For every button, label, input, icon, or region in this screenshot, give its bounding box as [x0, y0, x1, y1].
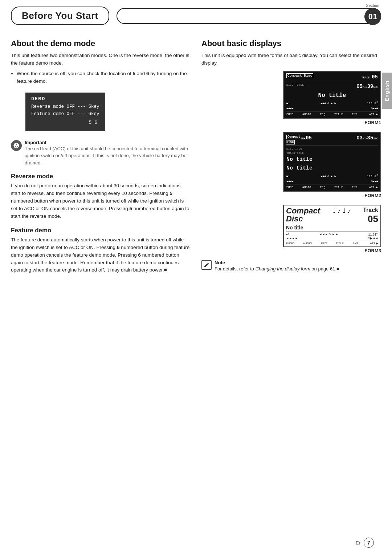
- form2-trk-area: TRK05: [301, 134, 312, 145]
- form1-track-area: TRACK 05: [361, 73, 378, 81]
- form3-icons-row2: ◄◄◄◄ ⊙▶◄◄: [286, 237, 378, 240]
- form2-label: FORM2: [283, 193, 381, 198]
- demo-mode-heading: About the demo mode: [11, 39, 191, 48]
- form3-small-icons: ◄◄◄ ⊙ ► ►: [319, 233, 338, 236]
- demo-intro-text: This unit features two demonstration mod…: [11, 52, 191, 67]
- form1-label: FORM1: [283, 120, 381, 125]
- form3-disc: Disc: [286, 215, 320, 223]
- form1-container: Compact Disc TRACK 05 DISC TITLE 05MIN39…: [201, 71, 381, 128]
- form2-row1: CompactDisc TRK05 03MIN35SEC: [286, 134, 378, 146]
- note-content: Note For details, refer to Changing the …: [215, 260, 339, 273]
- left-column: About the demo mode This unit features t…: [11, 39, 191, 277]
- form2-time: 03MIN35SEC: [356, 134, 378, 145]
- form1-left-icon: ■1: [286, 101, 290, 106]
- important-symbol-icon: [13, 142, 20, 149]
- form2-icons-row2: ◄◄◄◄ ⊙▶◄◄: [286, 179, 378, 184]
- section-badge: Section 01: [364, 4, 381, 25]
- form1-title: No title: [286, 91, 378, 100]
- page-header: Before You Start Section 01: [0, 0, 392, 29]
- demo-bullet-1: When the source is off, you can check th…: [17, 70, 191, 85]
- form3-middle-row: No title: [286, 225, 378, 230]
- form2-menu: FUNCAUDIOEEQTITLEENTATT ▶: [286, 184, 378, 189]
- form3-title: No title: [286, 225, 303, 230]
- form3-label: FORM3: [283, 248, 381, 253]
- form1-small-icons: ◄◄◄ ⊙ ► ►: [320, 101, 336, 106]
- important-body-text: The red lead (ACC) of this unit should b…: [25, 145, 191, 167]
- form2-title2: No title: [286, 164, 378, 173]
- section-number: 01: [364, 8, 381, 25]
- form2-clock: 11:31M: [367, 174, 378, 179]
- form3-menu: FUNCAUDIOEEQTITLEENTATT ▶: [286, 241, 378, 245]
- important-box: Important The red lead (ACC) of this uni…: [11, 140, 191, 167]
- form1-menu: FUNCAUDIOEEQTITLEENTATT ▶: [286, 111, 378, 117]
- form1-clock: 11:31M: [367, 101, 378, 106]
- form2-screen: CompactDisc TRK05 03MIN35SEC DISCTITLE T…: [283, 132, 381, 192]
- form3-left-text: Compact Disc: [286, 207, 320, 223]
- form3-top-row: Compact Disc ♩ ♪ ♩ ♪ Track 05: [286, 207, 378, 225]
- footer-page-number: 7: [364, 538, 374, 548]
- important-content: Important The red lead (ACC) of this uni…: [25, 140, 191, 167]
- note-icon: [201, 260, 212, 270]
- form1-compact-disc: Compact Disc: [286, 73, 315, 81]
- important-label: Important: [25, 140, 191, 145]
- header-mid-decoration: [117, 8, 381, 24]
- form3-container: Compact Disc ♩ ♪ ♩ ♪ Track 05 No title ■…: [201, 205, 381, 256]
- form1-row1: Compact Disc TRACK 05: [286, 73, 378, 82]
- note-text: For details, refer to Changing the displ…: [215, 265, 339, 273]
- form2-title1: No title: [286, 155, 378, 164]
- basic-displays-heading: About basic displays: [201, 39, 381, 48]
- demo-display-box: DEMO Reverse mode OFF --- 5key Feature d…: [25, 93, 105, 131]
- section-label: Section: [366, 4, 380, 8]
- important-icon: [11, 140, 22, 151]
- form3-screen: Compact Disc ♩ ♪ ♩ ♪ Track 05 No title ■…: [283, 205, 381, 247]
- note-label: Note: [215, 260, 339, 265]
- form2-small-icons: ◄◄◄ ⊙ ► ►: [320, 174, 336, 179]
- feature-demo-heading: Feature demo: [11, 227, 191, 234]
- form2-labels: DISCTITLE TRACKTITLE: [286, 147, 378, 155]
- page-footer: En 7: [356, 538, 374, 548]
- form3-notes: ♩ ♪ ♩ ♪: [333, 207, 351, 215]
- feature-demo-text: The feature demo automatically starts wh…: [11, 236, 191, 274]
- note-box: Note For details, refer to Changing the …: [201, 260, 381, 273]
- demo-box-numbers: 5 6: [31, 120, 99, 125]
- form1-screen: Compact Disc TRACK 05 DISC TITLE 05MIN39…: [283, 71, 381, 119]
- reverse-mode-heading: Reverse mode: [11, 173, 191, 180]
- footer-en-label: En: [356, 540, 362, 546]
- form1-icons-row: ■1 ◄◄◄ ⊙ ► ► 11:31M: [286, 101, 378, 106]
- form3-track-area: Track 05: [363, 207, 378, 225]
- page-title: Before You Start: [11, 7, 109, 25]
- form1-row2: DISC TITLE 05MIN39SEC: [286, 83, 378, 90]
- form3-clock: 11:31M: [368, 232, 378, 236]
- reverse-mode-text: If you do not perform an operation withi…: [11, 182, 191, 220]
- demo-box-line2: Feature demo OFF --- 6key: [31, 110, 99, 118]
- form2-compact-disc: CompactDisc: [286, 134, 301, 145]
- form3-left-icon: ■1: [286, 233, 289, 236]
- form3-compact: Compact: [286, 207, 320, 215]
- form3-icons-row: ■1 ◄◄◄ ⊙ ► ► 11:31M: [286, 231, 378, 236]
- basic-displays-intro: This unit is equipped with three forms o…: [201, 52, 381, 67]
- form1-icons-row2: ◄◄◄◄ ⊙▶◄◄: [286, 106, 378, 111]
- form2-icons-row: ■1 ◄◄◄ ⊙ ► ► 11:31M: [286, 174, 378, 179]
- demo-box-line1: Reverse mode OFF --- 5key: [31, 103, 99, 110]
- demo-bullet-list: When the source is off, you can check th…: [17, 70, 191, 85]
- right-column: About basic displays This unit is equipp…: [201, 39, 381, 277]
- form1-disc-title: DISC TITLE: [286, 83, 304, 90]
- form2-left-icon: ■1: [286, 174, 290, 179]
- demo-box-title: DEMO: [31, 96, 99, 102]
- form1-time: 05MIN39SEC: [356, 83, 378, 90]
- main-content: About the demo mode This unit features t…: [0, 29, 392, 284]
- form2-container: CompactDisc TRK05 03MIN35SEC DISCTITLE T…: [201, 132, 381, 201]
- english-sidebar-label: English: [382, 73, 392, 109]
